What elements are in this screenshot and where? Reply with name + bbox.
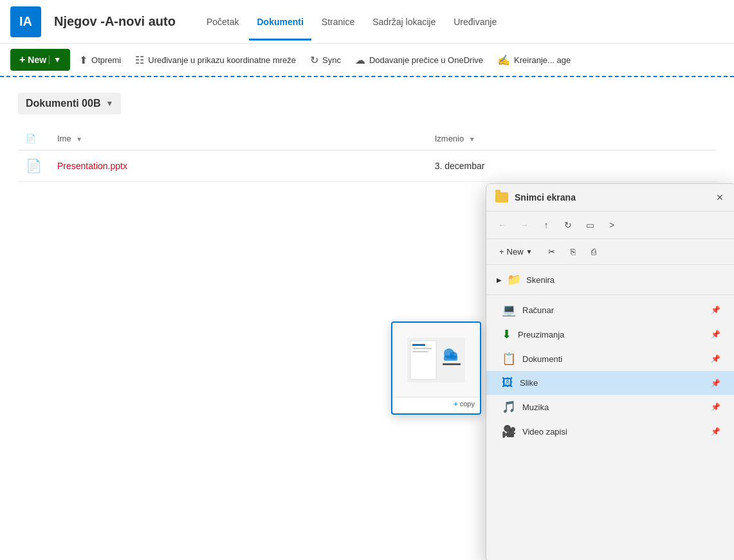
onedrive-button[interactable]: ☁ Dodavanje prečice u OneDrive [350, 50, 488, 70]
drag-preview-footer: + copy [392, 397, 480, 410]
create-label: Kreiranje... age [514, 55, 571, 65]
preuzimanja-label: Preuzimanja [518, 330, 564, 339]
col-modified-label: Izmenio [435, 134, 464, 143]
slike-label: Slike [520, 378, 538, 388]
tab-pocetak[interactable]: Početak [199, 12, 247, 32]
pin-icon-muzika: 📌 [711, 402, 720, 411]
upload-button[interactable]: ⬆ Otpremi [74, 50, 126, 70]
explorer-nav: ← → ↑ ↻ ▭ > [486, 212, 734, 239]
app-icon-label: IA [19, 14, 32, 29]
site-title: Njegov -A-novi auto [54, 14, 176, 29]
tab-dokumenti[interactable]: Dokumenti [249, 12, 311, 32]
onedrive-icon: ☁ [355, 54, 365, 66]
file-type-icon: 📄 [26, 134, 36, 143]
exp-slike-item[interactable]: 🖼 Slike 📌 [486, 371, 734, 395]
explorer-dialog: Snimci ekrana ✕ ← → ↑ ↻ ▭ > + New ▼ ✂ ⎘ … [486, 183, 734, 560]
file-modified-date: 3. decembar [435, 161, 485, 171]
folder-chevron-icon: ▼ [106, 99, 113, 108]
images-icon: 🖼 [502, 376, 513, 390]
racunar-label: Računar [522, 305, 554, 315]
folder-title-icon [495, 192, 508, 203]
folder-selector[interactable]: Dokumenti 00B ▼ [18, 93, 121, 114]
sync-icon: ↻ [310, 54, 318, 66]
file-name-link[interactable]: Presentation.pptx [57, 161, 127, 171]
tab-sadrzaj-lokacije[interactable]: Sadržaj lokacije [365, 12, 443, 32]
col-name-header[interactable]: Ime ▼ [50, 127, 427, 150]
video-label: Video zapisi [522, 427, 567, 437]
file-modified-cell: 3. decembar [427, 150, 716, 182]
pin-icon-slike: 📌 [711, 379, 720, 388]
grid-edit-button[interactable]: ☷ Uređivanje u prikazu koordinatne mreže [130, 50, 301, 70]
explorer-title-left: Snimci ekrana [495, 192, 576, 203]
sort-modified-icon: ▼ [469, 136, 475, 143]
plus-icon: + [19, 54, 25, 66]
exp-paste-button[interactable]: ⎙ [585, 243, 603, 260]
exp-muzika-item[interactable]: 🎵 Muzika 📌 [486, 395, 734, 419]
new-button[interactable]: + New ▼ [10, 49, 70, 71]
create-button[interactable]: ✍ Kreiranje... age [492, 50, 576, 70]
exp-preuzimanja-item[interactable]: ⬇ Preuzimanja 📌 [486, 322, 734, 347]
pin-icon-preuzimanja: 📌 [711, 330, 720, 339]
exp-skenira-item[interactable]: ▶ 📁 Skenira [486, 267, 734, 292]
file-icon-cell: 📄 [18, 150, 50, 182]
svg-rect-2 [412, 344, 425, 346]
header: IA Njegov -A-novi auto Početak Dokumenti… [0, 0, 734, 44]
file-name-cell[interactable]: Presentation.pptx [50, 150, 427, 182]
nav-forward-button[interactable]: → [515, 215, 534, 235]
svg-rect-7 [444, 356, 457, 361]
docs-icon: 📋 [502, 352, 516, 366]
nav-up-button[interactable]: ↑ [537, 215, 556, 235]
exp-new-chevron: ▼ [526, 248, 533, 255]
svg-rect-1 [410, 341, 436, 379]
pptx-icon: 📄 [26, 159, 42, 173]
download-icon: ⬇ [502, 327, 511, 341]
nav-view-button[interactable]: ▭ [580, 215, 600, 235]
pin-icon: 📌 [711, 305, 720, 314]
copy-icon: ⎘ [571, 247, 576, 257]
nav-more-button[interactable]: > [602, 215, 621, 235]
divider [486, 294, 734, 295]
exp-video-item[interactable]: 🎥 Video zapisi 📌 [486, 419, 734, 444]
exp-plus-icon: + [499, 247, 504, 257]
nav-tabs: Početak Dokumenti Stranice Sadržaj lokac… [199, 12, 504, 32]
create-icon: ✍ [497, 54, 510, 66]
exp-new-button[interactable]: + New ▼ [493, 243, 539, 260]
tab-stranice[interactable]: Stranice [314, 12, 362, 32]
exp-racunar-item[interactable]: 💻 Računar 📌 [486, 298, 734, 322]
copy-label: copy [460, 400, 475, 408]
paste-icon: ⎙ [591, 247, 596, 257]
skenira-folder-icon: 📁 [507, 273, 521, 287]
upload-label: Otpremi [91, 55, 121, 65]
expand-arrow-icon: ▶ [497, 276, 502, 284]
sync-button[interactable]: ↻ Sync [305, 50, 346, 70]
nav-refresh-button[interactable]: ↻ [558, 215, 578, 235]
copy-plus-icon: + [454, 400, 457, 408]
pin-icon-dokumenti: 📌 [711, 354, 720, 363]
toolbar: + New ▼ ⬆ Otpremi ☷ Uređivanje u prikazu… [0, 44, 734, 77]
folder-name: Dokumenti 00B [26, 98, 100, 109]
skenira-label: Skenira [526, 275, 555, 285]
exp-new-label: New [507, 247, 524, 257]
explorer-title-label: Snimci ekrana [515, 192, 576, 203]
sync-label: Sync [322, 55, 341, 65]
nav-back-button[interactable]: ← [493, 215, 512, 235]
svg-rect-8 [443, 363, 461, 365]
tab-uredivanje[interactable]: Uređivanje [446, 12, 504, 32]
exp-copy-button[interactable]: ⎘ [564, 243, 582, 260]
exp-dokumenti-item[interactable]: 📋 Dokumenti 📌 [486, 347, 734, 371]
explorer-close-button[interactable]: ✕ [713, 190, 727, 204]
pin-icon-video: 📌 [711, 427, 720, 436]
main-content: Dokumenti 00B ▼ 📄 Ime ▼ Izmenio ▼ [0, 77, 734, 197]
col-icon-header: 📄 [18, 127, 50, 150]
grid-icon: ☷ [135, 54, 144, 66]
onedrive-label: Dodavanje prečice u OneDrive [369, 55, 483, 65]
exp-cut-button[interactable]: ✂ [542, 243, 562, 260]
scissors-icon: ✂ [548, 247, 555, 257]
col-modified-header[interactable]: Izmenio ▼ [427, 127, 716, 150]
sort-icon: ▼ [76, 136, 82, 143]
file-table: 📄 Ime ▼ Izmenio ▼ 📄 Presentation.pptx [18, 127, 716, 182]
explorer-titlebar: Snimci ekrana ✕ [486, 184, 734, 212]
app-icon: IA [10, 6, 41, 37]
drag-preview: + copy [391, 321, 481, 415]
video-icon: 🎥 [502, 424, 516, 438]
